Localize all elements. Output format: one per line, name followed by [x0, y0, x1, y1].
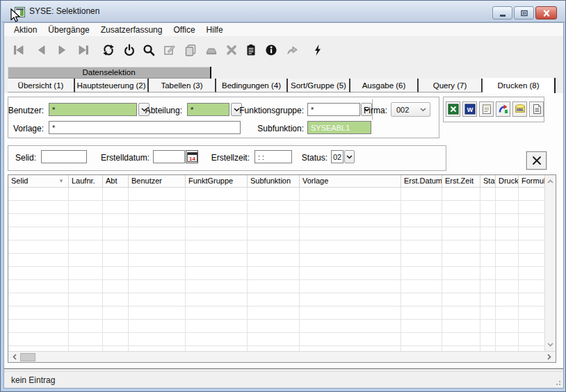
table-cell — [69, 307, 103, 320]
table-cell — [186, 254, 248, 267]
info-button[interactable] — [262, 41, 280, 58]
funktionsgruppe-field[interactable]: * — [307, 103, 360, 116]
table-cell — [442, 346, 480, 351]
restore-icon — [519, 9, 529, 17]
chevron-left-icon — [13, 354, 17, 360]
tab-8[interactable]: Drucken (8) — [483, 78, 556, 93]
column-header-benutzer[interactable]: Benutzer — [129, 175, 186, 188]
table-cell — [442, 333, 480, 346]
edit-button[interactable] — [161, 41, 178, 58]
status-field[interactable]: 02 — [331, 150, 343, 163]
table-row — [8, 346, 556, 351]
execute-button[interactable] — [309, 41, 326, 58]
export-document-button[interactable] — [529, 101, 544, 117]
table-cell — [496, 346, 519, 351]
vorlage-field[interactable]: * — [49, 121, 241, 134]
column-header-selid[interactable]: Selid▼ — [8, 175, 69, 188]
tab-5[interactable]: Sort/Gruppe (5) — [288, 79, 350, 92]
erstellzeit-field[interactable]: : : — [254, 150, 292, 163]
table-cell — [186, 333, 248, 346]
dataset-tab[interactable]: Datenselektion — [8, 67, 211, 79]
delete-button[interactable] — [223, 41, 240, 58]
tab-1[interactable]: Übersicht (1) — [8, 79, 75, 92]
column-header-erst-datum[interactable]: Erst.Datum — [401, 175, 442, 188]
subfunktion-label: Subfunktion: — [257, 124, 304, 133]
table-cell — [69, 346, 103, 351]
column-header-funktgruppe[interactable]: FunktGruppe — [186, 175, 248, 188]
resize-grip[interactable] — [553, 378, 562, 386]
selid-field[interactable] — [41, 150, 87, 163]
app-window: SYSE: Selektionen Aktion Übergänge Zusat… — [0, 0, 566, 392]
column-header-vorlage[interactable]: Vorlage — [300, 175, 401, 188]
search-button[interactable] — [140, 41, 157, 58]
table-cell — [103, 267, 129, 280]
table-cell — [103, 214, 129, 227]
calendar-icon: 14 — [187, 152, 197, 163]
export-notepad-button[interactable] — [479, 101, 494, 117]
column-header-erst-zeit[interactable]: Erst.Zeit — [442, 175, 480, 188]
export-xml-button[interactable]: XML — [512, 101, 527, 117]
column-header-abt[interactable]: Abt — [103, 175, 129, 188]
column-header-subfunktion[interactable]: Subfunktion — [248, 175, 300, 188]
scroll-up-button[interactable] — [545, 176, 556, 187]
horizontal-scrollbar[interactable] — [8, 351, 556, 362]
table-cell — [442, 240, 480, 254]
menu-aktion[interactable]: Aktion — [8, 25, 42, 35]
close-button[interactable] — [535, 6, 557, 19]
menu-hilfe[interactable]: Hilfe — [201, 25, 229, 35]
print-button[interactable] — [202, 41, 220, 58]
export-report-button[interactable] — [496, 101, 510, 117]
table-cell — [480, 201, 496, 214]
firma-combo[interactable]: 002 — [391, 102, 430, 117]
erstelldatum-field[interactable] — [153, 150, 185, 163]
menu-office[interactable]: Office — [168, 25, 200, 35]
selid-label: Selid: — [15, 153, 36, 163]
titlebar[interactable]: SYSE: Selektionen — [1, 1, 566, 22]
refresh-button[interactable] — [99, 41, 117, 58]
calendar-button[interactable]: 14 — [186, 150, 198, 163]
scroll-down-button[interactable] — [545, 339, 556, 350]
first-record-button[interactable] — [10, 41, 27, 58]
clipboard-button[interactable] — [242, 41, 259, 58]
status-dropdown-button[interactable] — [344, 150, 355, 163]
tab-4[interactable]: Bedingungen (4) — [216, 79, 288, 92]
scroll-right-button[interactable] — [544, 352, 555, 362]
export-word-button[interactable]: W — [462, 101, 477, 117]
previous-record-button[interactable] — [33, 41, 50, 58]
table-cell — [496, 333, 519, 346]
table-body — [8, 188, 556, 351]
scroll-left-button[interactable] — [9, 352, 20, 362]
menu-zusatzerfassung[interactable]: Zusatzerfassung — [95, 25, 168, 35]
table-cell — [300, 201, 401, 214]
benutzer-field[interactable]: * — [49, 103, 137, 116]
export-button[interactable] — [283, 41, 300, 58]
menu-uebergaenge[interactable]: Übergänge — [42, 25, 95, 35]
column-header-stat[interactable]: Stat — [480, 175, 496, 188]
chevron-down-icon — [346, 155, 353, 159]
last-record-button[interactable] — [74, 41, 92, 58]
table-cell — [480, 333, 496, 346]
table-cell — [401, 240, 442, 254]
next-record-button[interactable] — [53, 41, 70, 58]
copy-button[interactable] — [181, 41, 199, 58]
horizontal-scroll-thumb[interactable] — [20, 353, 35, 361]
export-excel-button[interactable] — [446, 101, 460, 117]
tab-2[interactable]: Hauptsteuerung (2) — [75, 79, 149, 92]
maximize-button[interactable] — [514, 6, 534, 19]
table-cell — [8, 240, 69, 254]
power-off-button[interactable] — [120, 41, 138, 58]
clear-selection-button[interactable] — [526, 152, 547, 170]
minimize-button[interactable] — [492, 6, 512, 19]
tab-3[interactable]: Tabellen (3) — [149, 79, 216, 92]
vertical-scrollbar[interactable] — [544, 175, 556, 351]
minimize-icon — [498, 9, 508, 17]
table-cell — [8, 188, 69, 201]
tab-6[interactable]: Ausgabe (6) — [350, 79, 419, 92]
tab-7[interactable]: Query (7) — [419, 79, 483, 92]
column-header-druck[interactable]: Druck — [496, 175, 519, 188]
abteilung-field[interactable]: * — [187, 103, 229, 116]
table-cell — [129, 307, 186, 320]
table-cell — [248, 227, 300, 240]
table-row — [8, 307, 556, 320]
column-header-laufnr-[interactable]: Laufnr. — [69, 175, 103, 188]
